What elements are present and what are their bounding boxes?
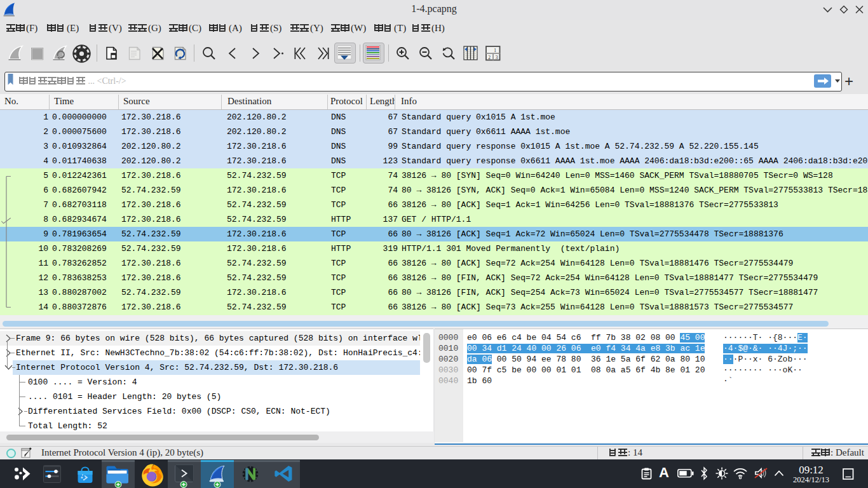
svg-text:3: 3 [496,55,498,60]
svg-text:1: 1 [494,48,496,53]
svg-text:2: 2 [488,55,491,60]
